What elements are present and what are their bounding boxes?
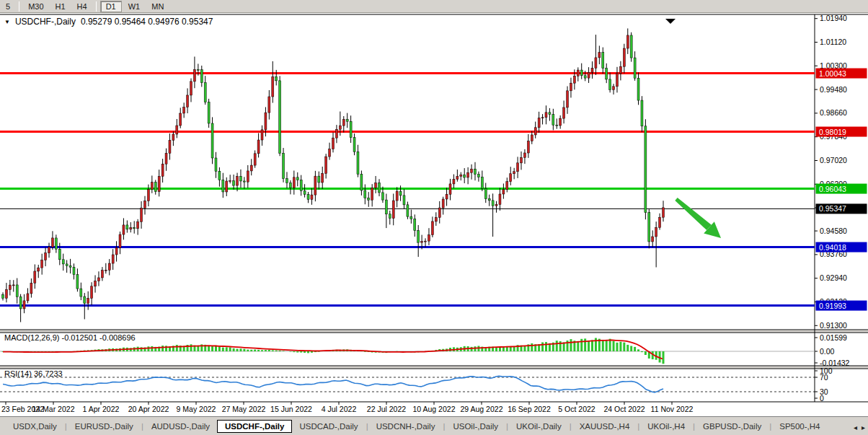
svg-text:20 Apr 2022: 20 Apr 2022	[128, 405, 169, 413]
scroll-end-marker	[665, 19, 676, 24]
svg-text:0.92940: 0.92940	[820, 273, 847, 282]
svg-text:0.94018: 0.94018	[819, 243, 846, 252]
svg-text:0.99480: 0.99480	[820, 85, 847, 94]
svg-text:0.95347: 0.95347	[819, 204, 846, 213]
svg-text:24 Oct 2022: 24 Oct 2022	[603, 405, 645, 413]
svg-text:1 Apr 2022: 1 Apr 2022	[83, 405, 120, 413]
svg-text:4 Jul 2022: 4 Jul 2022	[322, 405, 357, 413]
svg-text:16 Sep 2022: 16 Sep 2022	[508, 405, 551, 413]
macd-indicator-label: MACD(12,26,9) -0.012501 -0.008696	[4, 333, 136, 342]
svg-text:15 Jun 2022: 15 Jun 2022	[270, 405, 312, 413]
svg-text:5 Oct 2022: 5 Oct 2022	[558, 405, 595, 413]
trading-app-window: 5M30H1H4D1W1MN 1.019401.011201.003000.99…	[0, 0, 868, 435]
svg-text:0.01599: 0.01599	[820, 333, 847, 342]
svg-text:70: 70	[820, 373, 828, 382]
down-arrow-annotation	[675, 198, 721, 238]
horizontal-price-lines	[0, 74, 815, 306]
svg-text:1.00043: 1.00043	[819, 69, 846, 78]
ohlc-values: 0.95279 0.95464 0.94976 0.95347	[81, 17, 213, 27]
svg-text:14 Mar 2022: 14 Mar 2022	[32, 405, 75, 413]
svg-text:0.97020: 0.97020	[820, 156, 847, 164]
svg-text:0.00: 0.00	[820, 347, 835, 356]
svg-text:0.96043: 0.96043	[819, 185, 846, 193]
svg-text:0.98019: 0.98019	[819, 128, 846, 136]
svg-text:0.94580: 0.94580	[820, 227, 847, 235]
svg-text:22 Jul 2022: 22 Jul 2022	[367, 405, 406, 413]
svg-text:1.01940: 1.01940	[820, 14, 847, 22]
rsi-pane	[0, 376, 815, 392]
svg-text:0.98660: 0.98660	[820, 108, 847, 117]
svg-text:9 May 2022: 9 May 2022	[177, 405, 216, 413]
chart-title: ▼ USDCHF-,Daily 0.95279 0.95464 0.94976 …	[4, 17, 213, 27]
symbol-name: USDCHF-,Daily	[15, 17, 76, 27]
svg-text:10 Aug 2022: 10 Aug 2022	[413, 405, 456, 413]
chart-canvas[interactable]: 1.019401.011201.003000.994800.986600.978…	[0, 0, 868, 435]
chevron-down-icon[interactable]: ▼	[4, 19, 10, 25]
date-axis: 23 Feb 202214 Mar 20221 Apr 202220 Apr 2…	[1, 402, 694, 413]
svg-text:0: 0	[820, 394, 824, 403]
svg-text:11 Nov 2022: 11 Nov 2022	[651, 405, 694, 413]
svg-text:29 Aug 2022: 29 Aug 2022	[461, 405, 503, 413]
rsi-indicator-label: RSI(14) 36.7233	[4, 369, 63, 378]
svg-text:0.91993: 0.91993	[819, 302, 846, 310]
svg-text:27 May 2022: 27 May 2022	[222, 405, 266, 413]
svg-text:1.01120: 1.01120	[820, 38, 846, 46]
svg-text:0.91300: 0.91300	[820, 321, 847, 330]
